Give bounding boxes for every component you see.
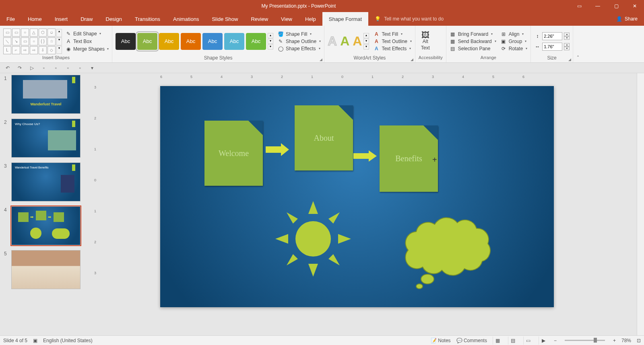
- wordart-launcher-icon[interactable]: ◢: [411, 58, 413, 62]
- shape-style-swatch-2[interactable]: Abc: [159, 33, 179, 50]
- minimize-button[interactable]: —: [588, 0, 607, 12]
- shape-style-swatch-6[interactable]: Abc: [246, 33, 266, 50]
- styles-down-icon[interactable]: ▾: [268, 39, 273, 44]
- tab-design[interactable]: Design: [99, 12, 128, 26]
- slide-thumbnail-2[interactable]: 2 Why Choose Us?: [4, 119, 88, 158]
- shape-width-input[interactable]: ↔▴▾: [534, 43, 570, 51]
- slide-thumbnail-5[interactable]: 5: [4, 250, 88, 289]
- slide-thumbnail-panel[interactable]: 1 Wanderlust Travel 2 Why Choose Us? 3 W…: [0, 73, 92, 335]
- wordart-style-3[interactable]: A: [353, 34, 362, 49]
- width-up-icon[interactable]: ▴: [564, 43, 570, 47]
- height-up-icon[interactable]: ▴: [564, 33, 570, 36]
- shape-styles-gallery[interactable]: AbcAbcAbcAbcAbcAbcAbc: [116, 33, 266, 50]
- gallery-more-icon[interactable]: ▾: [56, 46, 62, 54]
- page-shape-benefits[interactable]: Benefits: [380, 125, 438, 192]
- shape-effects-button[interactable]: ◯Shape Effects▾: [277, 45, 321, 52]
- slideshow-view-button[interactable]: ▶: [539, 337, 548, 345]
- width-down-icon[interactable]: ▾: [564, 47, 570, 50]
- tab-view[interactable]: View: [275, 12, 299, 26]
- wordart-style-1[interactable]: A: [328, 34, 337, 49]
- share-button[interactable]: 👤 Share: [610, 12, 644, 26]
- vertical-scrollbar[interactable]: [637, 73, 644, 335]
- page-shape-welcome[interactable]: Welcome: [204, 121, 263, 186]
- shape-style-swatch-3[interactable]: Abc: [181, 33, 201, 50]
- tab-file[interactable]: File: [0, 12, 21, 26]
- alt-text-button[interactable]: 🖼 Alt Text: [419, 32, 432, 50]
- fit-to-window-button[interactable]: ⊡: [637, 338, 641, 343]
- page-shape-about[interactable]: About: [295, 105, 353, 170]
- redo-button[interactable]: ↷: [16, 64, 23, 72]
- slide-sorter-view-button[interactable]: ▤: [508, 337, 518, 345]
- maximize-button[interactable]: ▢: [607, 0, 625, 12]
- qat-button-4[interactable]: ▫: [40, 64, 47, 72]
- gallery-down-icon[interactable]: ▾: [56, 37, 62, 45]
- size-launcher-icon[interactable]: ◢: [568, 58, 571, 62]
- styles-more-icon[interactable]: ▾: [268, 44, 273, 49]
- qat-button-5[interactable]: ▫: [52, 64, 60, 72]
- tab-transitions[interactable]: Transitions: [128, 12, 167, 26]
- thought-cloud-shape[interactable]: [392, 214, 501, 290]
- qat-button-7[interactable]: ▫: [76, 64, 84, 72]
- slide-thumbnail-1[interactable]: 1 Wanderlust Travel: [4, 75, 88, 114]
- rotate-button[interactable]: ⟳Rotate▾: [500, 45, 527, 52]
- arrow-shape-2[interactable]: [353, 150, 378, 162]
- shape-height-input[interactable]: ↕▴▾: [534, 32, 570, 40]
- slide-thumbnail-4[interactable]: 4 ➡ ➡: [4, 206, 88, 245]
- zoom-slider[interactable]: [565, 340, 605, 341]
- bring-forward-button[interactable]: ▦Bring Forward▾: [450, 31, 496, 37]
- canvas-wrap[interactable]: Welcome About Benefits +: [101, 82, 637, 335]
- group-button[interactable]: ▣Group▾: [500, 38, 527, 45]
- language-indicator[interactable]: English (United States): [43, 338, 93, 343]
- reading-view-button[interactable]: ▭: [523, 337, 533, 345]
- text-outline-button[interactable]: AText Outline▾: [373, 38, 411, 45]
- shape-style-swatch-4[interactable]: Abc: [202, 33, 223, 50]
- ribbon-display-options-icon[interactable]: ▭: [570, 0, 588, 12]
- width-field[interactable]: [542, 43, 562, 51]
- shape-styles-launcher-icon[interactable]: ◢: [320, 58, 322, 62]
- tab-shape-format[interactable]: Shape Format: [322, 12, 368, 26]
- start-from-beginning-button[interactable]: ▷: [28, 64, 35, 72]
- slide-thumbnail-3[interactable]: 3 Wanderlust Travel Benefits: [4, 162, 88, 201]
- wordart-gallery[interactable]: A A A: [328, 34, 362, 49]
- zoom-slider-thumb[interactable]: [594, 338, 597, 343]
- normal-view-button[interactable]: ▦: [493, 337, 502, 345]
- arrow-shape-1[interactable]: [266, 142, 290, 157]
- zoom-level[interactable]: 78%: [621, 338, 631, 343]
- qat-more-button[interactable]: ▾: [89, 64, 96, 72]
- gallery-up-icon[interactable]: ▴: [56, 29, 62, 37]
- merge-shapes-button[interactable]: ◉Merge Shapes▾: [65, 46, 109, 52]
- text-fill-button[interactable]: AText Fill▾: [373, 31, 411, 37]
- edit-shape-button[interactable]: ✎Edit Shape▾: [65, 31, 109, 37]
- send-backward-button[interactable]: ▦Send Backward▾: [450, 38, 496, 45]
- slide-indicator[interactable]: Slide 4 of 5: [3, 338, 27, 343]
- text-effects-button[interactable]: AText Effects▾: [373, 45, 411, 52]
- height-field[interactable]: [542, 32, 562, 40]
- zoom-out-button[interactable]: −: [554, 338, 557, 343]
- undo-button[interactable]: ↶: [4, 64, 11, 72]
- wa-down-icon[interactable]: ▾: [363, 39, 369, 44]
- styles-up-icon[interactable]: ▴: [268, 33, 273, 38]
- selection-pane-button[interactable]: ▤Selection Pane: [450, 45, 496, 52]
- wa-more-icon[interactable]: ▾: [363, 44, 369, 49]
- wordart-style-2[interactable]: A: [340, 34, 349, 49]
- tab-draw[interactable]: Draw: [74, 12, 99, 26]
- align-button[interactable]: ⊞Align▾: [500, 31, 527, 37]
- collapse-ribbon-button[interactable]: ˄: [573, 26, 583, 62]
- tab-home[interactable]: Home: [21, 12, 48, 26]
- tab-animations[interactable]: Animations: [167, 12, 205, 26]
- comments-button[interactable]: 💬 Comments: [456, 338, 487, 343]
- wa-up-icon[interactable]: ▴: [363, 33, 369, 38]
- zoom-in-button[interactable]: +: [613, 338, 616, 343]
- shape-style-swatch-5[interactable]: Abc: [224, 33, 244, 50]
- slide-canvas[interactable]: Welcome About Benefits +: [160, 86, 554, 307]
- shape-outline-button[interactable]: ✎Shape Outline▾: [277, 38, 321, 45]
- text-box-button[interactable]: AText Box: [65, 38, 109, 45]
- tab-slideshow[interactable]: Slide Show: [205, 12, 244, 26]
- shape-style-swatch-0[interactable]: Abc: [116, 33, 136, 50]
- tell-me-search[interactable]: 💡 Tell me what you want to do: [368, 12, 450, 26]
- accessibility-status-icon[interactable]: ▣: [33, 338, 37, 343]
- shape-fill-button[interactable]: 🪣Shape Fill▾: [277, 31, 321, 37]
- shapes-gallery[interactable]: ▭▭○△⬡☺ ＼↘▭○{ }☆ L⌐⇨⇨⇩◇: [3, 29, 56, 54]
- height-down-icon[interactable]: ▾: [564, 36, 570, 40]
- tab-help[interactable]: Help: [299, 12, 322, 26]
